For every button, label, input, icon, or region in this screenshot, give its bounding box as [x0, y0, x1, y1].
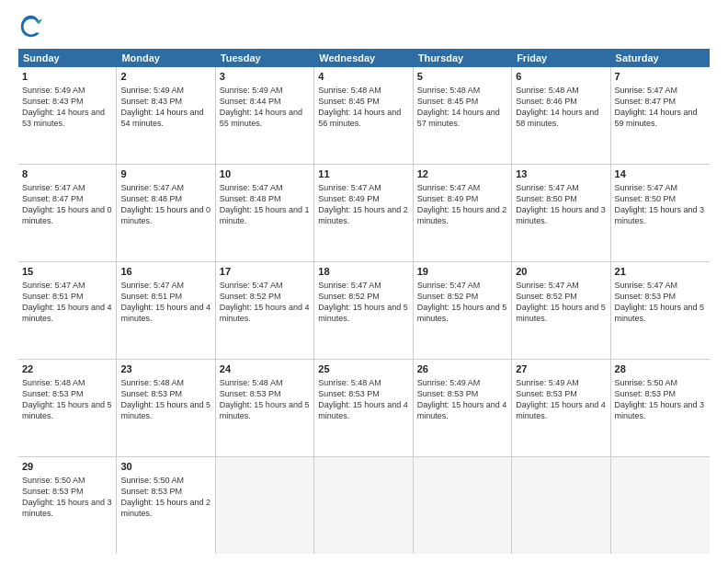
day-number: 30 — [120, 460, 210, 474]
sun-info: Sunrise: 5:47 AMSunset: 8:51 PMDaylight:… — [22, 281, 112, 323]
calendar-cell: 20Sunrise: 5:47 AMSunset: 8:52 PMDayligh… — [512, 262, 610, 359]
calendar-cell: 28Sunrise: 5:50 AMSunset: 8:53 PMDayligh… — [611, 360, 710, 456]
day-number: 13 — [516, 167, 606, 181]
calendar-day-header: Thursday — [414, 49, 512, 67]
calendar-cell: 21Sunrise: 5:47 AMSunset: 8:53 PMDayligh… — [611, 262, 710, 359]
calendar-day-header: Wednesday — [314, 49, 413, 67]
calendar-cell: 9Sunrise: 5:47 AMSunset: 8:48 PMDaylight… — [117, 165, 215, 261]
day-number: 14 — [615, 167, 706, 181]
page: SundayMondayTuesdayWednesdayThursdayFrid… — [0, 0, 728, 563]
sun-info: Sunrise: 5:49 AMSunset: 8:53 PMDaylight:… — [417, 378, 507, 420]
day-number: 29 — [22, 460, 112, 474]
sun-info: Sunrise: 5:47 AMSunset: 8:52 PMDaylight:… — [516, 281, 606, 323]
calendar-cell: 1Sunrise: 5:49 AMSunset: 8:43 PMDaylight… — [18, 67, 117, 164]
calendar-cell: 8Sunrise: 5:47 AMSunset: 8:47 PMDaylight… — [18, 165, 117, 261]
calendar-cell: 2Sunrise: 5:49 AMSunset: 8:43 PMDaylight… — [117, 67, 215, 164]
day-number: 19 — [417, 265, 507, 279]
sun-info: Sunrise: 5:49 AMSunset: 8:43 PMDaylight:… — [22, 86, 105, 128]
day-number: 25 — [318, 362, 408, 376]
calendar-cell: 30Sunrise: 5:50 AMSunset: 8:53 PMDayligh… — [117, 457, 215, 554]
calendar-cell: 29Sunrise: 5:50 AMSunset: 8:53 PMDayligh… — [18, 457, 117, 554]
day-number: 28 — [615, 362, 706, 376]
logo-icon — [18, 14, 44, 40]
sun-info: Sunrise: 5:47 AMSunset: 8:52 PMDaylight:… — [220, 281, 310, 323]
calendar-cell-empty — [611, 457, 710, 554]
calendar-cell: 6Sunrise: 5:48 AMSunset: 8:46 PMDaylight… — [512, 67, 610, 164]
day-number: 17 — [220, 265, 310, 279]
day-number: 18 — [318, 265, 408, 279]
sun-info: Sunrise: 5:47 AMSunset: 8:52 PMDaylight:… — [417, 281, 507, 323]
calendar-cell: 14Sunrise: 5:47 AMSunset: 8:50 PMDayligh… — [611, 165, 710, 261]
sun-info: Sunrise: 5:47 AMSunset: 8:49 PMDaylight:… — [318, 183, 408, 225]
sun-info: Sunrise: 5:49 AMSunset: 8:44 PMDaylight:… — [220, 86, 302, 128]
calendar-cell: 24Sunrise: 5:48 AMSunset: 8:53 PMDayligh… — [216, 360, 314, 456]
calendar-week-row: 29Sunrise: 5:50 AMSunset: 8:53 PMDayligh… — [18, 457, 710, 554]
sun-info: Sunrise: 5:47 AMSunset: 8:47 PMDaylight:… — [22, 183, 112, 225]
calendar-cell: 5Sunrise: 5:48 AMSunset: 8:45 PMDaylight… — [414, 67, 512, 164]
calendar-cell: 23Sunrise: 5:48 AMSunset: 8:53 PMDayligh… — [117, 360, 215, 456]
calendar-week-row: 15Sunrise: 5:47 AMSunset: 8:51 PMDayligh… — [18, 262, 710, 360]
sun-info: Sunrise: 5:48 AMSunset: 8:53 PMDaylight:… — [220, 378, 310, 420]
sun-info: Sunrise: 5:48 AMSunset: 8:53 PMDaylight:… — [120, 378, 210, 420]
calendar-cell-empty — [216, 457, 314, 554]
day-number: 24 — [220, 362, 310, 376]
sun-info: Sunrise: 5:47 AMSunset: 8:49 PMDaylight:… — [417, 183, 507, 225]
calendar-cell: 15Sunrise: 5:47 AMSunset: 8:51 PMDayligh… — [18, 262, 117, 359]
calendar-header: SundayMondayTuesdayWednesdayThursdayFrid… — [18, 49, 710, 67]
day-number: 2 — [120, 70, 210, 84]
sun-info: Sunrise: 5:48 AMSunset: 8:53 PMDaylight:… — [22, 378, 112, 420]
calendar-cell: 26Sunrise: 5:49 AMSunset: 8:53 PMDayligh… — [414, 360, 512, 456]
day-number: 22 — [22, 362, 112, 376]
sun-info: Sunrise: 5:50 AMSunset: 8:53 PMDaylight:… — [22, 476, 112, 518]
day-number: 27 — [516, 362, 606, 376]
day-number: 11 — [318, 167, 408, 181]
day-number: 12 — [417, 167, 507, 181]
calendar-week-row: 8Sunrise: 5:47 AMSunset: 8:47 PMDaylight… — [18, 165, 710, 262]
sun-info: Sunrise: 5:47 AMSunset: 8:48 PMDaylight:… — [120, 183, 210, 225]
calendar-day-header: Saturday — [611, 49, 710, 67]
calendar-body: 1Sunrise: 5:49 AMSunset: 8:43 PMDaylight… — [18, 67, 710, 554]
sun-info: Sunrise: 5:48 AMSunset: 8:46 PMDaylight:… — [516, 86, 598, 128]
sun-info: Sunrise: 5:47 AMSunset: 8:47 PMDaylight:… — [615, 86, 698, 128]
sun-info: Sunrise: 5:50 AMSunset: 8:53 PMDaylight:… — [120, 476, 210, 518]
day-number: 26 — [417, 362, 507, 376]
sun-info: Sunrise: 5:47 AMSunset: 8:51 PMDaylight:… — [120, 281, 210, 323]
sun-info: Sunrise: 5:50 AMSunset: 8:53 PMDaylight:… — [615, 378, 705, 420]
day-number: 6 — [516, 70, 606, 84]
calendar-cell: 13Sunrise: 5:47 AMSunset: 8:50 PMDayligh… — [512, 165, 610, 261]
calendar-cell: 10Sunrise: 5:47 AMSunset: 8:48 PMDayligh… — [216, 165, 314, 261]
day-number: 7 — [615, 70, 706, 84]
day-number: 5 — [417, 70, 507, 84]
day-number: 16 — [120, 265, 210, 279]
sun-info: Sunrise: 5:47 AMSunset: 8:50 PMDaylight:… — [615, 183, 705, 225]
calendar-cell: 17Sunrise: 5:47 AMSunset: 8:52 PMDayligh… — [216, 262, 314, 359]
day-number: 15 — [22, 265, 112, 279]
day-number: 8 — [22, 167, 112, 181]
sun-info: Sunrise: 5:47 AMSunset: 8:53 PMDaylight:… — [615, 281, 705, 323]
calendar-cell: 7Sunrise: 5:47 AMSunset: 8:47 PMDaylight… — [611, 67, 710, 164]
day-number: 10 — [220, 167, 310, 181]
day-number: 3 — [220, 70, 310, 84]
calendar-cell-empty — [414, 457, 512, 554]
day-number: 20 — [516, 265, 606, 279]
calendar-cell-empty — [512, 457, 610, 554]
header — [18, 14, 710, 40]
day-number: 21 — [615, 265, 706, 279]
calendar-cell: 4Sunrise: 5:48 AMSunset: 8:45 PMDaylight… — [314, 67, 413, 164]
calendar-cell-empty — [314, 457, 413, 554]
calendar-day-header: Tuesday — [216, 49, 314, 67]
calendar-day-header: Monday — [117, 49, 215, 67]
day-number: 9 — [120, 167, 210, 181]
sun-info: Sunrise: 5:47 AMSunset: 8:50 PMDaylight:… — [516, 183, 606, 225]
day-number: 23 — [120, 362, 210, 376]
calendar-cell: 18Sunrise: 5:47 AMSunset: 8:52 PMDayligh… — [314, 262, 413, 359]
sun-info: Sunrise: 5:48 AMSunset: 8:53 PMDaylight:… — [318, 378, 408, 420]
sun-info: Sunrise: 5:47 AMSunset: 8:48 PMDaylight:… — [220, 183, 310, 225]
sun-info: Sunrise: 5:48 AMSunset: 8:45 PMDaylight:… — [318, 86, 401, 128]
calendar-week-row: 1Sunrise: 5:49 AMSunset: 8:43 PMDaylight… — [18, 67, 710, 165]
calendar-week-row: 22Sunrise: 5:48 AMSunset: 8:53 PMDayligh… — [18, 360, 710, 457]
logo — [18, 14, 48, 40]
sun-info: Sunrise: 5:49 AMSunset: 8:43 PMDaylight:… — [120, 86, 203, 128]
calendar-cell: 25Sunrise: 5:48 AMSunset: 8:53 PMDayligh… — [314, 360, 413, 456]
calendar-cell: 22Sunrise: 5:48 AMSunset: 8:53 PMDayligh… — [18, 360, 117, 456]
